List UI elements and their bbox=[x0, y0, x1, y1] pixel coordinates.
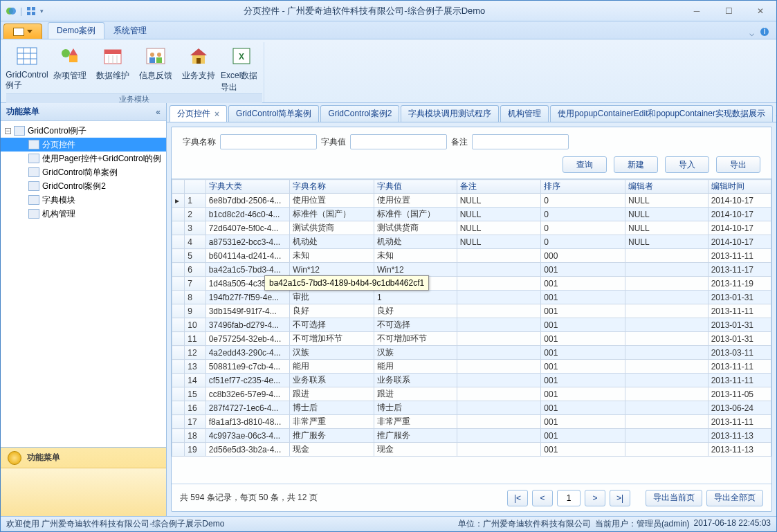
filter-remark-input[interactable] bbox=[472, 134, 569, 149]
close-button[interactable]: ✕ bbox=[744, 1, 776, 21]
svg-point-1 bbox=[9, 8, 16, 15]
table-row[interactable]: 13508811e9-c7cb-4...能用能用0012013-11-11 bbox=[172, 360, 771, 374]
ribbon-feedback[interactable]: 信息反馈 bbox=[135, 42, 176, 93]
table-row[interactable]: 4a87531e2-bcc3-4...机动处机动处NULL0NULL2014-1… bbox=[172, 235, 771, 249]
col-value[interactable]: 字典值 bbox=[374, 180, 457, 194]
table-row[interactable]: ▸16e8b7dbd-2506-4...使用位置使用位置NULL0NULL201… bbox=[172, 194, 771, 208]
nav-panel: 功能菜单 « −GridControl例子 分页控件 使用Pager控件+Gri… bbox=[1, 103, 167, 516]
table-row[interactable]: 2b1cd8c2d-46c0-4...标准件（国产）标准件（国产）NULL0NU… bbox=[172, 208, 771, 221]
ribbon-support[interactable]: 业务支持 bbox=[178, 42, 219, 93]
table-row[interactable]: 8194fb27f-7f59-4e...审批10012013-01-31 bbox=[172, 291, 771, 304]
new-button[interactable]: 新建 bbox=[614, 156, 658, 173]
prev-page-button[interactable]: < bbox=[532, 490, 553, 506]
svg-rect-28 bbox=[196, 58, 201, 64]
export-all-button[interactable]: 导出全部页 bbox=[706, 490, 763, 506]
export-current-button[interactable]: 导出当前页 bbox=[646, 490, 702, 506]
table-row[interactable]: 110e757254-32eb-4...不可增加环节不可增加环节0012013-… bbox=[172, 332, 771, 346]
nav-tree[interactable]: −GridControl例子 分页控件 使用Pager控件+GridContro… bbox=[1, 121, 166, 447]
col-sort[interactable]: 排序 bbox=[541, 180, 625, 194]
help-icon[interactable]: i bbox=[760, 27, 769, 39]
app-menu-button[interactable] bbox=[3, 24, 42, 39]
svg-rect-14 bbox=[69, 55, 77, 62]
filter-name-input[interactable] bbox=[220, 134, 317, 149]
table-row[interactable]: 93db1549f-91f7-4...良好良好0012013-11-11 bbox=[172, 304, 771, 318]
maximize-button[interactable]: ☐ bbox=[713, 1, 744, 21]
tree-item-simple[interactable]: GridControl简单案例 bbox=[1, 165, 166, 179]
tab-org[interactable]: 机构管理 bbox=[500, 105, 549, 122]
table-row[interactable]: 16287f4727-1ec6-4...博士后博士后0012013-06-24 bbox=[172, 401, 771, 415]
calendar-icon bbox=[102, 45, 124, 67]
qat-grid-icon[interactable] bbox=[25, 5, 37, 17]
table-row[interactable]: 71d48a505-4c35...0012013-11-19 bbox=[172, 277, 771, 291]
svg-point-22 bbox=[150, 53, 154, 57]
svg-rect-8 bbox=[17, 48, 37, 64]
tree-item-org[interactable]: 机构管理 bbox=[1, 207, 166, 221]
filter-value-input[interactable] bbox=[350, 134, 447, 149]
tab-paging[interactable]: 分页控件× bbox=[170, 105, 227, 122]
svg-rect-17 bbox=[104, 50, 121, 54]
excel-icon: X bbox=[230, 45, 253, 67]
close-icon[interactable]: × bbox=[214, 109, 219, 119]
ribbon-tab-system[interactable]: 系统管理 bbox=[104, 22, 156, 39]
col-remark[interactable]: 备注 bbox=[457, 180, 541, 194]
col-name[interactable]: 字典名称 bbox=[290, 180, 374, 194]
app-icon[interactable] bbox=[5, 5, 17, 17]
table-row[interactable]: 14cf51ef77-c235-4e...业务联系业务联系0012013-11-… bbox=[172, 374, 771, 387]
rb-label: Excel数据导出 bbox=[221, 70, 262, 93]
table-row[interactable]: 1037496fab-d279-4...不可选择不可选择0012013-01-3… bbox=[172, 318, 771, 332]
tab-case2[interactable]: GridControl案例2 bbox=[320, 105, 399, 122]
window-title: 分页控件 - 广州爱奇迪软件科技有限公司-综合例子展示Demo bbox=[48, 5, 681, 17]
tab-dicttest[interactable]: 字典模块调用测试程序 bbox=[401, 105, 499, 122]
table-row[interactable]: 192d56e5d3-3b2a-4...现金现金0012013-11-13 bbox=[172, 443, 771, 457]
nav-menu-button[interactable]: 功能菜单 bbox=[1, 448, 166, 468]
tab-simple[interactable]: GridControl简单案例 bbox=[228, 105, 319, 122]
next-page-button[interactable]: > bbox=[585, 490, 605, 506]
data-grid[interactable]: 字典大类 字典名称 字典值 备注 排序 编辑者 编辑时间 ▸16e8b7dbd-… bbox=[172, 178, 771, 484]
tree-item-pagergrid[interactable]: 使用Pager控件+GridControl的例 bbox=[1, 152, 166, 165]
table-row[interactable]: 372d6407e-5f0c-4...测试供货商测试供货商NULL0NULL20… bbox=[172, 221, 771, 235]
svg-point-13 bbox=[62, 49, 70, 57]
ribbon-tab-demo[interactable]: Demo案例 bbox=[48, 22, 104, 39]
filter-value-label: 字典值 bbox=[321, 136, 346, 148]
page-input[interactable] bbox=[557, 490, 581, 506]
ribbon-data[interactable]: 数据维护 bbox=[92, 42, 134, 93]
key-icon bbox=[8, 451, 21, 465]
col-category[interactable]: 字典大类 bbox=[205, 180, 290, 194]
minimize-button[interactable]: ─ bbox=[681, 1, 713, 21]
cell-tooltip: ba42a1c5-7bd3-4189-b4b4-9c1db4462cf1 bbox=[264, 275, 429, 291]
table-row[interactable]: 5b604114a-d241-4...未知未知0002013-11-11 bbox=[172, 249, 771, 263]
export-button[interactable]: 导出 bbox=[716, 156, 760, 173]
table-row[interactable]: 184c9973ae-06c3-4...推广服务推广服务0012013-11-1… bbox=[172, 429, 771, 443]
tree-root[interactable]: −GridControl例子 bbox=[1, 124, 166, 138]
tab-scroll-left-icon[interactable]: ◄ bbox=[774, 111, 776, 120]
qat-dropdown-icon[interactable]: ▾ bbox=[40, 8, 44, 15]
rb-label: 信息反馈 bbox=[139, 70, 172, 82]
form-icon bbox=[28, 167, 39, 177]
tab-popup[interactable]: 使用popupContainerEdit和popupContainer实现数据展… bbox=[550, 105, 772, 122]
svg-point-24 bbox=[157, 53, 161, 57]
table-row[interactable]: 15cc8b32e6-57e9-4...跟进跟进0012013-11-05 bbox=[172, 387, 771, 401]
ribbon-collapse-icon[interactable]: ⌵ bbox=[749, 28, 754, 38]
col-editor[interactable]: 编辑者 bbox=[625, 180, 709, 194]
form-icon bbox=[28, 181, 39, 191]
tree-item-paging[interactable]: 分页控件 bbox=[1, 138, 166, 152]
first-page-button[interactable]: |< bbox=[507, 490, 528, 506]
last-page-button[interactable]: >| bbox=[610, 490, 630, 506]
nav-collapse-icon[interactable]: « bbox=[156, 107, 161, 117]
filter-remark-label: 备注 bbox=[451, 136, 468, 148]
import-button[interactable]: 导入 bbox=[665, 156, 709, 173]
pagination-bar: 共 594 条记录，每页 50 条，共 12 页 |< < > >| 导出当前页… bbox=[172, 484, 771, 511]
ribbon-misc[interactable]: 杂项管理 bbox=[49, 42, 91, 93]
table-row[interactable]: 17f8a1af13-d810-48...非常严重非常严重0012013-11-… bbox=[172, 415, 771, 429]
ribbon-excel[interactable]: XExcel数据导出 bbox=[221, 42, 262, 93]
table-row[interactable]: 6ba42a1c5-7bd3-4...Win*12Win*120012013-1… bbox=[172, 263, 771, 277]
tree-item-case2[interactable]: GridControl案例2 bbox=[1, 179, 166, 193]
query-button[interactable]: 查询 bbox=[563, 156, 607, 173]
svg-rect-2 bbox=[27, 7, 30, 10]
titlebar-sep: | bbox=[20, 6, 22, 16]
ribbon-gridcontrol[interactable]: GridControl例子 bbox=[6, 42, 48, 93]
tree-item-dict[interactable]: 字典模块 bbox=[1, 193, 166, 207]
svg-rect-4 bbox=[27, 12, 30, 15]
table-row[interactable]: 124a2edd43-290c-4...汉族汉族0012013-03-11 bbox=[172, 346, 771, 360]
col-time[interactable]: 编辑时间 bbox=[708, 180, 771, 194]
